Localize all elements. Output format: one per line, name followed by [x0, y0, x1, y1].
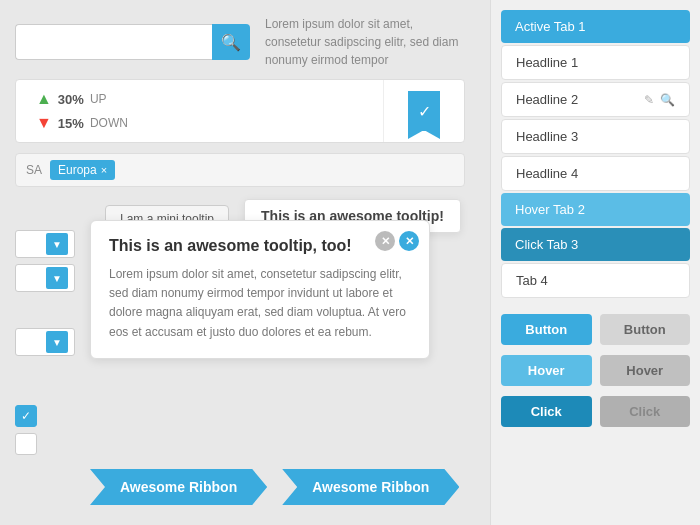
- ribbon-button-1[interactable]: Awesome Ribbon: [90, 469, 267, 505]
- large-tooltip: ✕ ✕ This is an awesome tooltip, too! Lor…: [90, 220, 430, 359]
- search-icon-tab[interactable]: 🔍: [660, 93, 675, 107]
- ribbon-button-2[interactable]: Awesome Ribbon: [282, 469, 459, 505]
- bookmark-icon: ✓: [408, 91, 440, 131]
- arrow-up-icon: ▲: [36, 90, 52, 108]
- select-arrow-3-icon: ▼: [46, 331, 68, 353]
- tab-headline-4[interactable]: Headline 4: [501, 156, 690, 191]
- tag-prefix: SA: [26, 163, 42, 177]
- search-input[interactable]: [15, 24, 212, 60]
- tab-label-5: Headline 4: [516, 166, 578, 181]
- tag-europa[interactable]: Europa ×: [50, 160, 115, 180]
- tab-label-1: Active Tab 1: [515, 19, 586, 34]
- checkbox-2[interactable]: [15, 433, 37, 455]
- tooltip-close-blue-button[interactable]: ✕: [399, 231, 419, 251]
- select-1[interactable]: ▼: [15, 230, 75, 258]
- arrow-down-icon: ▼: [36, 114, 52, 132]
- tag-label-text: Europa: [58, 163, 97, 177]
- button-click-right[interactable]: Click: [600, 396, 691, 427]
- tab-label-8: Tab 4: [516, 273, 548, 288]
- stat-up-percent: 30%: [58, 92, 84, 107]
- pencil-icon[interactable]: ✎: [644, 93, 654, 107]
- select-2[interactable]: ▼: [15, 264, 75, 292]
- tab-label-2: Headline 1: [516, 55, 578, 70]
- stat-down-label: DOWN: [90, 116, 128, 130]
- search-icon: 🔍: [221, 33, 241, 52]
- search-button[interactable]: 🔍: [212, 24, 250, 60]
- ribbon-row: Awesome Ribbon Awesome Ribbon: [90, 469, 459, 505]
- tab-4[interactable]: Tab 4: [501, 263, 690, 298]
- select-arrow-2-icon: ▼: [46, 267, 68, 289]
- tab-hover-2[interactable]: Hover Tab 2: [501, 193, 690, 226]
- stat-down: ▼ 15% DOWN: [36, 114, 363, 132]
- stat-up-label: UP: [90, 92, 107, 106]
- button-hover-right[interactable]: Hover: [600, 355, 691, 386]
- tooltip-close-gray-button[interactable]: ✕: [375, 231, 395, 251]
- search-bar: 🔍 Lorem ipsum dolor sit amet, consetetur…: [15, 15, 465, 69]
- select-3[interactable]: ▼: [15, 328, 75, 356]
- select-arrow-1-icon: ▼: [46, 233, 68, 255]
- tab-active-1[interactable]: Active Tab 1: [501, 10, 690, 43]
- search-description: Lorem ipsum dolor sit amet, consetetur s…: [265, 15, 465, 69]
- button-row-3: Click Click: [501, 396, 690, 427]
- tab-click-3[interactable]: Click Tab 3: [501, 228, 690, 261]
- tab-headline-2-icons: ✎ 🔍: [644, 93, 675, 107]
- stats-right: ✓: [384, 80, 464, 142]
- large-tooltip-body: Lorem ipsum dolor sit amet, consetetur s…: [109, 265, 411, 342]
- checkbox-group: ✓: [15, 405, 37, 455]
- large-tooltip-title: This is an awesome tooltip, too!: [109, 237, 411, 255]
- tag-close-icon[interactable]: ×: [101, 164, 107, 176]
- tab-list: Active Tab 1 Headline 1 Headline 2 ✎ 🔍 H…: [501, 10, 690, 298]
- stats-row: ▲ 30% UP ▼ 15% DOWN ✓: [15, 79, 465, 143]
- tab-headline-1[interactable]: Headline 1: [501, 45, 690, 80]
- right-panel: Active Tab 1 Headline 1 Headline 2 ✎ 🔍 H…: [490, 0, 700, 525]
- tab-label-6: Hover Tab 2: [515, 202, 585, 217]
- tab-label-4: Headline 3: [516, 129, 578, 144]
- checkbox-1[interactable]: ✓: [15, 405, 37, 427]
- tab-label-3: Headline 2: [516, 92, 578, 107]
- tab-headline-3[interactable]: Headline 3: [501, 119, 690, 154]
- stat-up: ▲ 30% UP: [36, 90, 363, 108]
- button-1-right[interactable]: Button: [600, 314, 691, 345]
- button-hover-left[interactable]: Hover: [501, 355, 592, 386]
- tooltip-close-group: ✕ ✕: [375, 231, 419, 251]
- tags-row: SA Europa ×: [15, 153, 465, 187]
- button-click-left[interactable]: Click: [501, 396, 592, 427]
- stat-down-percent: 15%: [58, 116, 84, 131]
- tab-label-7: Click Tab 3: [515, 237, 578, 252]
- left-panel: 🔍 Lorem ipsum dolor sit amet, consetetur…: [0, 0, 480, 525]
- button-1-left[interactable]: Button: [501, 314, 592, 345]
- select-group: ▼ ▼ ▼: [15, 230, 75, 356]
- stats-left: ▲ 30% UP ▼ 15% DOWN: [16, 80, 384, 142]
- button-row-2: Hover Hover: [501, 355, 690, 386]
- button-row-1: Button Button: [501, 314, 690, 345]
- tab-headline-2[interactable]: Headline 2 ✎ 🔍: [501, 82, 690, 117]
